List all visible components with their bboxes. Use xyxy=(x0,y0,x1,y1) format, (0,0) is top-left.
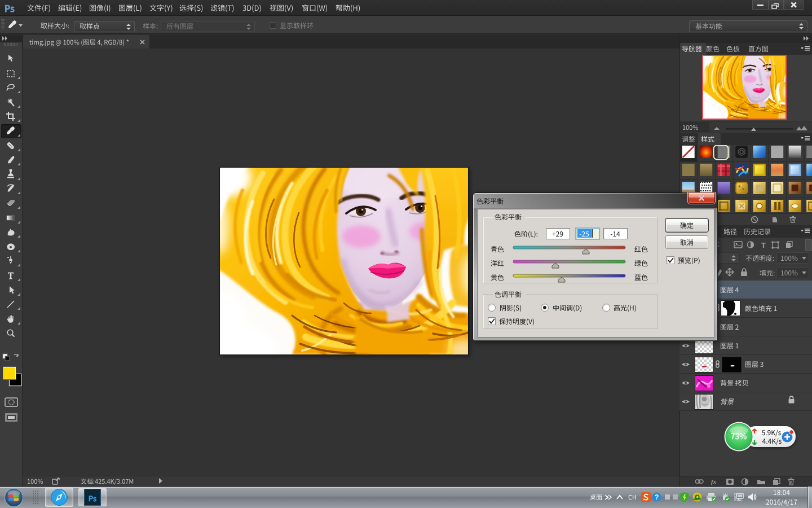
svg-text:?: ? xyxy=(655,493,659,501)
svg-text:T: T xyxy=(761,241,766,249)
svg-text:fx: fx xyxy=(711,478,717,485)
